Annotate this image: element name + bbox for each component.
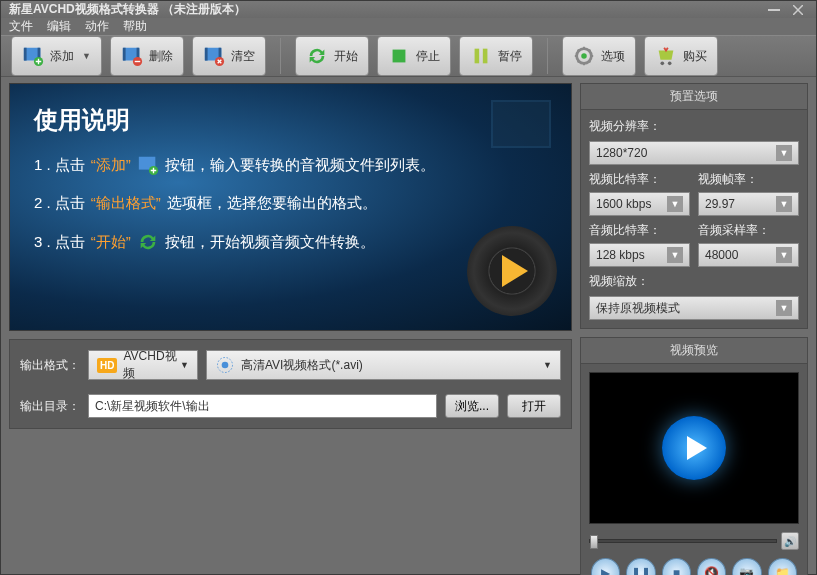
chevron-down-icon: ▼ (180, 360, 189, 370)
seek-slider[interactable] (589, 539, 777, 543)
banner-heading: 使用说明 (34, 104, 547, 136)
gear-icon (573, 45, 595, 67)
menubar: 文件 编辑 动作 帮助 (1, 18, 816, 35)
output-dir-input[interactable] (88, 394, 437, 418)
film-add-icon (22, 45, 44, 67)
refresh-icon (306, 45, 328, 67)
resolution-select[interactable]: 1280*720▼ (589, 141, 799, 165)
svg-rect-8 (123, 48, 126, 61)
filmstrip-decoration (491, 100, 551, 148)
pause-button[interactable]: ❚❚ (626, 558, 655, 575)
stop-icon (388, 45, 410, 67)
chevron-down-icon: ▼ (776, 196, 792, 212)
menu-file[interactable]: 文件 (9, 18, 33, 35)
pause-button[interactable]: 暂停 (459, 36, 533, 76)
chevron-down-icon: ▼ (776, 247, 792, 263)
menu-edit[interactable]: 编辑 (47, 18, 71, 35)
format-category-select[interactable]: HD AVCHD视频 ▼ (88, 350, 198, 380)
play-button[interactable]: ▶ (591, 558, 620, 575)
browse-button[interactable]: 浏览... (445, 394, 499, 418)
toolbar: 添加▼ 删除 清空 开始 停止 暂停 选项 购买 (1, 35, 816, 77)
vbitrate-label: 视频比特率： (589, 171, 690, 188)
svg-point-20 (660, 62, 664, 66)
titlebar: 新星AVCHD视频格式转换器 （未注册版本） (1, 1, 816, 18)
mute-button[interactable]: 🔇 (697, 558, 726, 575)
options-button[interactable]: 选项 (562, 36, 636, 76)
svg-rect-17 (483, 49, 488, 64)
window-title: 新星AVCHD视频格式转换器 （未注册版本） (9, 1, 246, 18)
samplerate-label: 音频采样率： (698, 222, 799, 239)
preset-title: 预置选项 (581, 84, 807, 110)
output-dir-label: 输出目录： (20, 398, 80, 415)
samplerate-select[interactable]: 48000▼ (698, 243, 799, 267)
minimize-button[interactable] (764, 2, 784, 18)
chevron-down-icon: ▼ (776, 145, 792, 161)
output-panel: 输出格式： HD AVCHD视频 ▼ 高清AVI视频格式(*.avi) ▼ 输出… (9, 339, 572, 429)
film-delete-icon (121, 45, 143, 67)
preview-panel: 视频预览 🔊 ▶ ❚❚ ■ 🔇 📷 📁 (580, 337, 808, 575)
output-format-label: 输出格式： (20, 357, 80, 374)
svg-rect-15 (393, 50, 406, 63)
close-button[interactable] (788, 2, 808, 18)
preset-panel: 预置选项 视频分辨率： 1280*720▼ 视频比特率： 1600 kbps▼ … (580, 83, 808, 329)
chevron-down-icon: ▼ (667, 247, 683, 263)
folder-button[interactable]: 📁 (768, 558, 797, 575)
preview-title: 视频预览 (581, 338, 807, 364)
clear-button[interactable]: 清空 (192, 36, 266, 76)
scale-select[interactable]: 保持原视频模式▼ (589, 296, 799, 320)
seek-row: 🔊 (589, 532, 799, 550)
svg-point-19 (581, 53, 587, 59)
film-add-icon (137, 154, 159, 176)
hd-badge: HD (97, 358, 117, 373)
stop-button[interactable]: ■ (662, 558, 691, 575)
framerate-select[interactable]: 29.97▼ (698, 192, 799, 216)
start-button[interactable]: 开始 (295, 36, 369, 76)
disc-decoration (467, 226, 557, 316)
buy-button[interactable]: 购买 (644, 36, 718, 76)
resolution-label: 视频分辨率： (589, 118, 799, 135)
svg-point-25 (222, 362, 229, 369)
add-button[interactable]: 添加▼ (11, 36, 102, 76)
chevron-down-icon: ▼ (776, 300, 792, 316)
step-3: 3 . 点击 “开始” 按钮，开始视频音频文件转换。 (34, 231, 547, 253)
chevron-down-icon: ▼ (667, 196, 683, 212)
right-column: 预置选项 视频分辨率： 1280*720▼ 视频比特率： 1600 kbps▼ … (580, 83, 808, 575)
cart-icon (655, 45, 677, 67)
preview-controls: ▶ ❚❚ ■ 🔇 📷 📁 (589, 558, 799, 575)
menu-help[interactable]: 帮助 (123, 18, 147, 35)
play-icon (662, 416, 726, 480)
preview-screen (589, 372, 799, 524)
abitrate-label: 音频比特率： (589, 222, 690, 239)
step-1: 1 . 点击 “添加” 按钮，输入要转换的音视频文件到列表。 (34, 154, 547, 176)
format-detail-select[interactable]: 高清AVI视频格式(*.avi) ▼ (206, 350, 561, 380)
seek-thumb[interactable] (590, 535, 598, 549)
film-clear-icon (203, 45, 225, 67)
content-area: 使用说明 1 . 点击 “添加” 按钮，输入要转换的音视频文件到列表。 2 . … (1, 77, 816, 575)
menu-action[interactable]: 动作 (85, 18, 109, 35)
svg-rect-4 (24, 48, 27, 61)
stop-button[interactable]: 停止 (377, 36, 451, 76)
chevron-down-icon: ▼ (543, 360, 552, 370)
chevron-down-icon: ▼ (82, 51, 91, 61)
pause-icon (470, 45, 492, 67)
vbitrate-select[interactable]: 1600 kbps▼ (589, 192, 690, 216)
separator (280, 38, 281, 74)
step-2: 2 . 点击 “输出格式” 选项框，选择您要输出的格式。 (34, 194, 547, 213)
framerate-label: 视频帧率： (698, 171, 799, 188)
app-window: 新星AVCHD视频格式转换器 （未注册版本） 文件 编辑 动作 帮助 添加▼ 删… (0, 0, 817, 575)
separator (547, 38, 548, 74)
svg-point-21 (668, 62, 672, 66)
scale-label: 视频缩放： (589, 273, 799, 290)
svg-rect-0 (768, 9, 780, 11)
svg-rect-16 (475, 49, 480, 64)
refresh-icon (137, 231, 159, 253)
left-column: 使用说明 1 . 点击 “添加” 按钮，输入要转换的音视频文件到列表。 2 . … (9, 83, 572, 575)
format-icon (215, 355, 235, 375)
abitrate-select[interactable]: 128 kbps▼ (589, 243, 690, 267)
delete-button[interactable]: 删除 (110, 36, 184, 76)
instructions-banner: 使用说明 1 . 点击 “添加” 按钮，输入要转换的音视频文件到列表。 2 . … (9, 83, 572, 331)
volume-button[interactable]: 🔊 (781, 532, 799, 550)
open-button[interactable]: 打开 (507, 394, 561, 418)
svg-rect-12 (205, 48, 208, 61)
snapshot-button[interactable]: 📷 (732, 558, 761, 575)
